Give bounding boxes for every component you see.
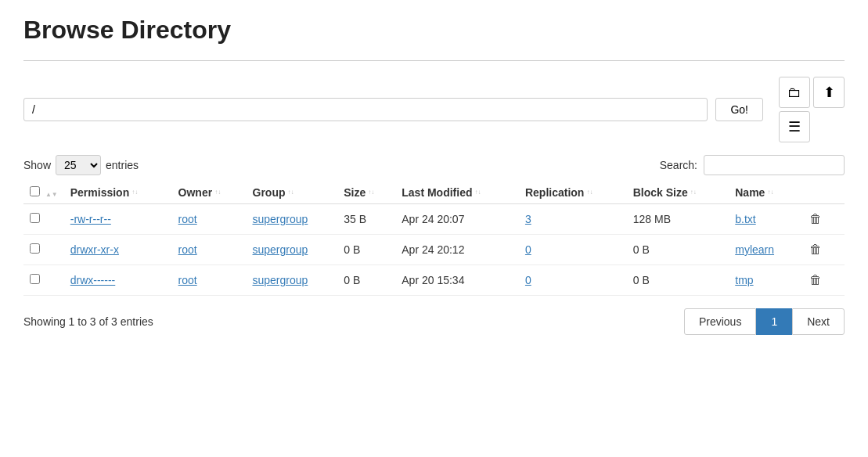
owner-link[interactable]: root xyxy=(178,243,197,256)
folder-icon: 🗀 xyxy=(787,85,801,101)
row-checkbox-cell xyxy=(23,204,64,235)
last-modified-sort-icon: ↑↓ xyxy=(475,189,481,196)
col-replication-label: Replication xyxy=(525,186,584,199)
col-block-size-label: Block Size xyxy=(633,186,688,199)
col-size[interactable]: Size ↑↓ xyxy=(337,182,395,204)
select-all-header: ▲▼ xyxy=(23,182,64,204)
table-row: -rw-r--r-- root supergroup 35 B Apr 24 2… xyxy=(23,204,845,235)
search-input[interactable] xyxy=(704,155,845,175)
owner-sort-icon: ↑↓ xyxy=(214,189,221,196)
table-controls: Show 10 25 50 100 entries Search: xyxy=(23,155,845,175)
col-actions xyxy=(798,182,845,204)
permission-sort-icon: ↑↓ xyxy=(131,189,138,196)
row-name: mylearn xyxy=(729,235,798,265)
go-button[interactable]: Go! xyxy=(715,98,763,121)
col-block-size[interactable]: Block Size ↑↓ xyxy=(627,182,729,204)
pagination-area: Showing 1 to 3 of 3 entries Previous 1 N… xyxy=(23,308,845,335)
row-owner: root xyxy=(172,235,247,265)
row-replication: 3 xyxy=(519,204,627,235)
icon-row-bottom: ☰ xyxy=(779,111,845,142)
page-title: Browse Directory xyxy=(23,16,845,45)
row-last-modified: Apr 24 20:07 xyxy=(395,204,519,235)
group-link[interactable]: supergroup xyxy=(253,274,308,286)
entries-label: entries xyxy=(106,159,139,171)
folder-button[interactable]: 🗀 xyxy=(779,77,810,108)
row-size: 0 B xyxy=(337,235,395,265)
owner-link[interactable]: root xyxy=(178,274,197,286)
search-label: Search: xyxy=(660,159,697,171)
size-sort-icon: ↑↓ xyxy=(368,189,374,196)
list-button[interactable]: ☰ xyxy=(779,111,810,142)
row-delete-cell: 🗑 xyxy=(798,265,845,296)
delete-button[interactable]: 🗑 xyxy=(805,241,827,258)
name-sort-icon: ↑↓ xyxy=(767,189,773,196)
row-block-size: 0 B xyxy=(627,265,729,296)
name-link[interactable]: b.txt xyxy=(735,213,755,225)
table-row: drwxr-xr-x root supergroup 0 B Apr 24 20… xyxy=(23,235,845,265)
row-checkbox[interactable] xyxy=(30,274,40,284)
col-group[interactable]: Group ↑↓ xyxy=(247,182,338,204)
show-entries: Show 10 25 50 100 entries xyxy=(23,155,139,175)
icon-row-top: 🗀 ⬆ xyxy=(779,77,845,108)
replication-link[interactable]: 3 xyxy=(525,213,531,225)
files-table: ▲▼ Permission ↑↓ Owner ↑↓ Group ↑↓ xyxy=(23,182,845,296)
delete-button[interactable]: 🗑 xyxy=(805,272,827,289)
permission-link[interactable]: drwxr-xr-x xyxy=(70,243,119,256)
col-permission-label: Permission xyxy=(70,186,129,199)
row-name: b.txt xyxy=(729,204,798,235)
group-sort-icon: ↑↓ xyxy=(288,189,294,196)
showing-text: Showing 1 to 3 of 3 entries xyxy=(23,315,153,328)
col-permission[interactable]: Permission ↑↓ xyxy=(64,182,172,204)
group-link[interactable]: supergroup xyxy=(253,243,308,256)
col-owner[interactable]: Owner ↑↓ xyxy=(172,182,247,204)
show-label: Show xyxy=(23,159,51,171)
row-size: 0 B xyxy=(337,265,395,296)
next-button[interactable]: Next xyxy=(792,308,845,335)
name-link[interactable]: tmp xyxy=(735,274,753,286)
permission-link[interactable]: -rw-r--r-- xyxy=(70,213,111,225)
col-replication[interactable]: Replication ↑↓ xyxy=(519,182,627,204)
permission-link[interactable]: drwx------ xyxy=(70,274,116,286)
replication-sort-icon: ↑↓ xyxy=(586,189,592,196)
col-size-label: Size xyxy=(344,186,366,199)
path-bar: Go! 🗀 ⬆ ☰ xyxy=(23,60,845,142)
row-replication: 0 xyxy=(519,265,627,296)
row-checkbox-cell xyxy=(23,265,64,296)
col-owner-label: Owner xyxy=(178,186,213,199)
col-name-label: Name xyxy=(735,186,765,199)
col-name[interactable]: Name ↑↓ xyxy=(729,182,798,204)
select-all-checkbox[interactable] xyxy=(30,186,40,196)
table-row: drwx------ root supergroup 0 B Apr 20 15… xyxy=(23,265,845,296)
page-1-button[interactable]: 1 xyxy=(756,308,792,335)
entries-select[interactable]: 10 25 50 100 xyxy=(56,155,101,175)
owner-link[interactable]: root xyxy=(178,213,197,225)
search-box: Search: xyxy=(660,155,845,175)
previous-button[interactable]: Previous xyxy=(684,308,756,335)
pagination: Previous 1 Next xyxy=(684,308,845,335)
col-sort-icon: ▲▼ xyxy=(45,192,58,198)
replication-link[interactable]: 0 xyxy=(525,243,531,256)
row-checkbox[interactable] xyxy=(30,213,40,223)
row-group: supergroup xyxy=(247,235,338,265)
row-block-size: 128 MB xyxy=(627,204,729,235)
row-last-modified: Apr 24 20:12 xyxy=(395,235,519,265)
delete-button[interactable]: 🗑 xyxy=(805,211,827,228)
icon-buttons: 🗀 ⬆ ☰ xyxy=(779,77,845,142)
name-link[interactable]: mylearn xyxy=(735,243,774,256)
row-replication: 0 xyxy=(519,235,627,265)
upload-button[interactable]: ⬆ xyxy=(813,77,845,108)
row-last-modified: Apr 20 15:34 xyxy=(395,265,519,296)
row-delete-cell: 🗑 xyxy=(798,204,845,235)
row-delete-cell: 🗑 xyxy=(798,235,845,265)
col-last-modified[interactable]: Last Modified ↑↓ xyxy=(395,182,519,204)
row-checkbox[interactable] xyxy=(30,243,40,254)
row-group: supergroup xyxy=(247,204,338,235)
replication-link[interactable]: 0 xyxy=(525,274,531,286)
row-permission: drwx------ xyxy=(64,265,172,296)
row-name: tmp xyxy=(729,265,798,296)
path-input[interactable] xyxy=(23,98,708,121)
list-icon: ☰ xyxy=(788,118,801,135)
col-last-modified-label: Last Modified xyxy=(402,186,472,199)
group-link[interactable]: supergroup xyxy=(253,213,308,225)
row-owner: root xyxy=(172,204,247,235)
